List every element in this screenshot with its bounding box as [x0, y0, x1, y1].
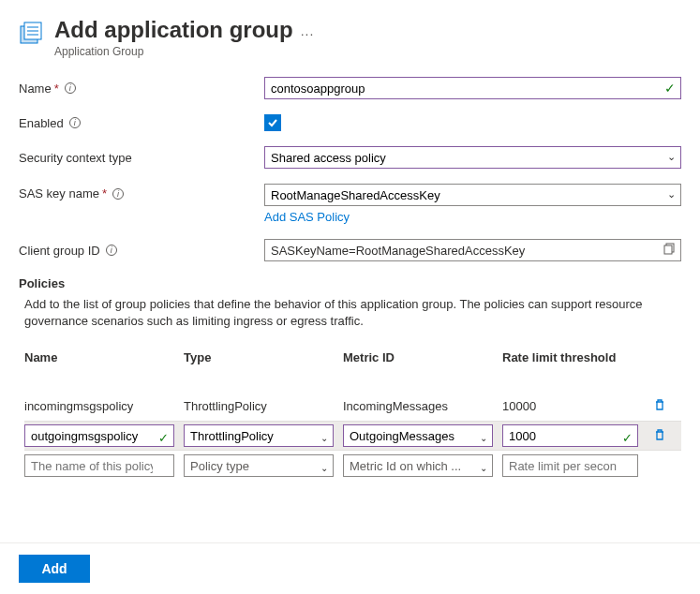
policies-description: Add to the list of group policies that d… — [24, 296, 680, 329]
client-group-label: Client group ID — [19, 244, 100, 258]
policy-metric-select[interactable]: Metric Id on which ... — [343, 454, 493, 477]
col-type: Type — [184, 350, 343, 364]
add-sas-policy-link[interactable]: Add SAS Policy — [264, 210, 350, 224]
policy-row-new: Policy type ⌄ Metric Id on which ... ⌄ — [24, 451, 681, 481]
info-icon[interactable]: i — [65, 82, 76, 94]
policy-rate-input[interactable] — [502, 454, 638, 477]
enabled-label: Enabled — [19, 116, 64, 130]
col-metric: Metric ID — [343, 350, 502, 364]
info-icon[interactable]: i — [112, 188, 124, 200]
name-input[interactable] — [264, 77, 681, 99]
col-name: Name — [24, 350, 184, 364]
info-icon[interactable]: i — [106, 245, 117, 256]
required-marker: * — [54, 82, 59, 96]
delete-icon[interactable] — [653, 398, 666, 414]
required-marker: * — [102, 186, 107, 200]
sas-key-select[interactable]: RootManageSharedAccessKey — [264, 184, 681, 206]
policy-metric-select[interactable]: OutgoingMessages — [343, 424, 493, 447]
name-label: Name — [19, 82, 52, 96]
policy-name-input[interactable] — [24, 454, 174, 477]
security-context-select[interactable]: Shared access policy — [264, 146, 681, 169]
policy-name-input[interactable] — [24, 424, 174, 447]
policies-table: Name Type Metric ID Rate limit threshold… — [24, 342, 681, 481]
svg-rect-6 — [664, 245, 672, 254]
policy-rate-input[interactable] — [502, 424, 638, 447]
enabled-checkbox[interactable] — [264, 114, 281, 131]
info-icon[interactable]: i — [69, 117, 81, 128]
policy-row: incomingmsgspolicy ThrottlingPolicy Inco… — [24, 391, 681, 421]
copy-icon[interactable] — [663, 243, 676, 258]
policy-row-editing: ✓ ThrottlingPolicy ⌄ OutgoingMessages ⌄ … — [24, 421, 681, 451]
delete-icon[interactable] — [653, 428, 666, 444]
sas-key-label: SAS key name — [19, 186, 99, 200]
page-title: Add application group — [54, 17, 293, 43]
more-menu[interactable]: ··· — [301, 26, 315, 41]
security-context-label: Security context type — [19, 151, 132, 165]
col-rate: Rate limit threshold — [502, 350, 648, 364]
policy-type-select[interactable]: Policy type — [184, 454, 334, 477]
page-subtitle: Application Group — [54, 45, 293, 58]
app-group-icon — [19, 21, 45, 50]
policy-type-select[interactable]: ThrottlingPolicy — [184, 424, 334, 447]
client-group-id: SASKeyName=RootManageSharedAccessKey — [264, 239, 681, 261]
policies-heading: Policies — [19, 276, 681, 290]
